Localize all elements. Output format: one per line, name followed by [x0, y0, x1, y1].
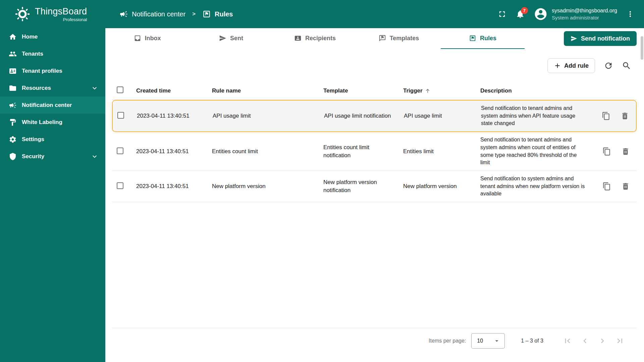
row-checkbox[interactable] — [117, 112, 124, 119]
cell-rule-name: New platform version — [212, 178, 323, 194]
breadcrumb-label: Rules — [215, 10, 233, 18]
breadcrumb-label: Notification center — [132, 10, 185, 18]
tenant-profiles-icon — [9, 67, 17, 75]
tab-recipients[interactable]: Recipients — [273, 28, 357, 49]
table-header-row: Created time Rule name Template Trigger … — [112, 82, 637, 100]
sidebar-item-resources[interactable]: Resources — [0, 79, 105, 97]
refresh-button[interactable] — [604, 61, 613, 70]
column-header-description[interactable]: Description — [480, 87, 593, 94]
search-icon — [622, 61, 631, 70]
more-menu-button[interactable] — [626, 10, 635, 18]
chevron-down-icon — [91, 153, 99, 161]
sidebar-item-notification-center[interactable]: Notification center — [0, 97, 105, 114]
user-role: System administrator — [552, 14, 617, 21]
delete-rule-button[interactable] — [621, 182, 630, 191]
sidebar-item-white-labeling[interactable]: White Labeling — [0, 114, 105, 131]
column-label: Template — [323, 87, 348, 94]
column-label: Description — [480, 87, 512, 94]
tab-templates[interactable]: Templates — [357, 28, 441, 49]
tab-label: Inbox — [145, 35, 161, 42]
send-notification-label: Send notification — [581, 35, 630, 42]
notifications-badge: 7 — [521, 7, 528, 14]
cell-created-time: 2023-04-11 13:40:51 — [136, 143, 212, 160]
sidebar-item-tenant-profiles[interactable]: Tenant profiles — [0, 62, 105, 79]
cell-trigger: New platform version — [403, 178, 480, 194]
scrollbar-thumb[interactable] — [641, 36, 643, 60]
sidebar-item-home[interactable]: Home — [0, 28, 105, 45]
column-header-rule-name[interactable]: Rule name — [212, 87, 323, 94]
row-checkbox[interactable] — [117, 147, 123, 154]
sidebar-item-label: Resources — [22, 85, 51, 92]
app-logo[interactable]: ThingsBoard Professional — [0, 6, 105, 22]
row-checkbox-cell — [113, 112, 137, 120]
fullscreen-icon — [497, 9, 507, 19]
breadcrumb-separator: > — [192, 11, 196, 17]
table-row[interactable]: 2023-04-11 13:40:51 API usage limit API … — [112, 100, 637, 132]
dropdown-arrow-icon — [493, 337, 500, 345]
sort-ascending-arrow-icon — [425, 88, 431, 94]
row-actions — [592, 112, 636, 120]
copy-icon — [602, 112, 610, 120]
copy-rule-button[interactable] — [602, 147, 611, 156]
cell-created-time: 2023-04-11 13:40:51 — [137, 108, 213, 124]
add-rule-button[interactable]: Add rule — [547, 58, 595, 73]
breadcrumb-rules[interactable]: Rules — [202, 10, 233, 18]
table-toolbar: Add rule — [112, 58, 637, 74]
sidebar-item-label: Tenant profiles — [22, 68, 62, 74]
table-row[interactable]: 2023-04-11 13:40:51 Entities count limit… — [112, 132, 637, 171]
send-notification-button[interactable]: Send notification — [564, 31, 637, 46]
items-per-page-label: Items per page: — [429, 338, 466, 344]
delete-rule-button[interactable] — [621, 112, 629, 120]
column-header-created-time[interactable]: Created time — [136, 87, 212, 94]
refresh-icon — [604, 61, 613, 70]
sidebar: Home Tenants Tenant profiles Resources N… — [0, 28, 105, 362]
sidebar-item-label: Security — [22, 153, 44, 160]
cell-description: Send notification to tenant admins and s… — [480, 132, 593, 171]
fullscreen-button[interactable] — [497, 9, 507, 19]
more-vert-icon — [626, 10, 635, 18]
last-page-button[interactable] — [615, 336, 625, 346]
inbox-icon — [134, 35, 141, 42]
pagination-bar: Items per page: 10 1 – 3 of 3 — [112, 328, 637, 353]
last-page-icon — [615, 336, 625, 346]
breadcrumb: Notification center > Rules — [119, 10, 233, 18]
previous-page-button[interactable] — [580, 336, 590, 346]
sidebar-item-tenants[interactable]: Tenants — [0, 45, 105, 62]
sidebar-item-settings[interactable]: Settings — [0, 131, 105, 148]
delete-rule-button[interactable] — [621, 147, 630, 156]
sidebar-item-security[interactable]: Security — [0, 148, 105, 165]
rules-table-card: Add rule Created time Rule name Template — [105, 49, 644, 362]
breadcrumb-notification-center[interactable]: Notification center — [119, 10, 185, 18]
cell-trigger: API usage limit — [404, 108, 481, 124]
row-actions — [593, 182, 637, 191]
table-row[interactable]: 2023-04-11 13:40:51 New platform version… — [112, 171, 637, 202]
rules-icon — [202, 10, 211, 18]
cell-description: Send notification to system admins and t… — [480, 171, 593, 202]
app-edition: Professional — [63, 17, 87, 22]
user-menu[interactable]: sysadmin@thingsboard.org System administ… — [534, 7, 617, 21]
tenants-icon — [9, 50, 17, 58]
copy-rule-button[interactable] — [602, 112, 610, 120]
send-icon — [571, 35, 577, 42]
tab-sent[interactable]: Sent — [189, 28, 273, 49]
items-per-page-select[interactable]: 10 — [471, 333, 505, 349]
folder-icon — [9, 84, 17, 92]
row-checkbox-cell — [112, 147, 136, 156]
notifications-button[interactable]: 7 — [516, 9, 525, 19]
delete-icon — [621, 112, 629, 120]
tab-rules[interactable]: Rules — [441, 28, 525, 49]
tab-label: Rules — [480, 35, 496, 42]
column-header-trigger[interactable]: Trigger — [403, 87, 480, 94]
first-page-button[interactable] — [563, 336, 572, 346]
next-page-button[interactable] — [598, 336, 607, 346]
column-label: Rule name — [212, 87, 241, 94]
row-checkbox[interactable] — [117, 182, 123, 189]
avatar-icon — [534, 7, 548, 21]
search-button[interactable] — [622, 61, 631, 70]
thingsboard-gear-logo-icon — [15, 6, 30, 22]
select-all-checkbox[interactable] — [117, 86, 123, 93]
tab-inbox[interactable]: Inbox — [105, 28, 189, 49]
copy-rule-button[interactable] — [602, 182, 611, 191]
column-header-template[interactable]: Template — [323, 87, 403, 94]
add-rule-label: Add rule — [564, 62, 589, 69]
